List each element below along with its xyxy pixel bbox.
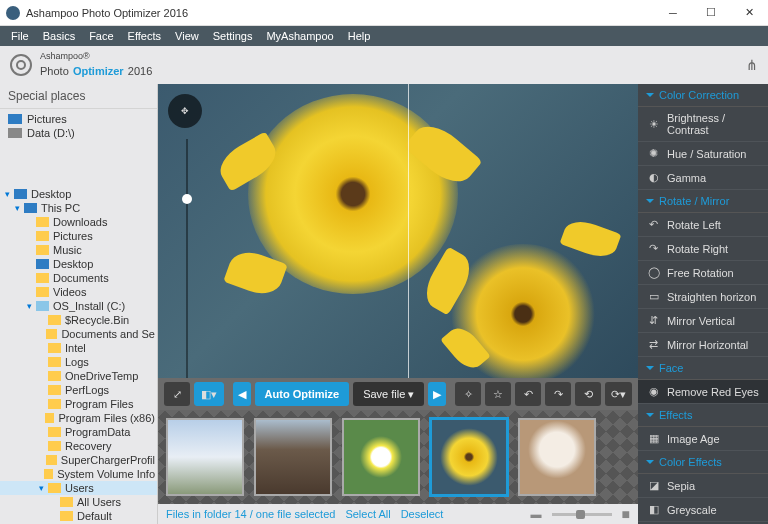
minimize-button[interactable]: ─: [654, 0, 692, 26]
menu-myashampoo[interactable]: MyAshampoo: [259, 28, 340, 44]
thumbnail[interactable]: [166, 418, 244, 496]
tree-node[interactable]: ProgramData: [0, 425, 157, 439]
menu-basics[interactable]: Basics: [36, 28, 82, 44]
special-place-item[interactable]: Pictures: [0, 112, 157, 126]
menu-help[interactable]: Help: [341, 28, 378, 44]
left-pane: Special places PicturesData (D:\) ▾Deskt…: [0, 84, 158, 524]
redo-button[interactable]: ↷: [545, 382, 571, 406]
tools-panel: Color Correction☀Brightness / Contrast✺H…: [638, 84, 768, 524]
compare-toggle-button[interactable]: ◧▾: [194, 382, 224, 406]
tree-node[interactable]: Recovery: [0, 439, 157, 453]
tree-node[interactable]: SuperChargerProfil: [0, 453, 157, 467]
tool-icon: ◧: [646, 503, 661, 516]
prev-button[interactable]: ◀: [233, 382, 251, 406]
tree-node[interactable]: ▾OS_Install (C:): [0, 299, 157, 313]
special-place-item[interactable]: Data (D:\): [0, 126, 157, 140]
favorite-button[interactable]: ☆: [485, 382, 511, 406]
tree-node[interactable]: ▾Desktop: [0, 187, 157, 201]
tree-node[interactable]: Default: [0, 509, 157, 523]
undo-button[interactable]: ↶: [515, 382, 541, 406]
tool-item[interactable]: ◐Gamma: [638, 166, 768, 190]
maximize-button[interactable]: ☐: [692, 0, 730, 26]
filmstrip[interactable]: [158, 410, 638, 504]
tool-item[interactable]: ▦Image Age: [638, 427, 768, 451]
thumbnail[interactable]: [518, 418, 596, 496]
save-file-button[interactable]: Save file ▾: [353, 382, 424, 406]
share-icon[interactable]: ⋔: [746, 57, 758, 73]
tree-node[interactable]: PerfLogs: [0, 383, 157, 397]
brand-bar: Ashampoo® Photo Optimizer 2016 ⋔: [0, 46, 768, 84]
menu-settings[interactable]: Settings: [206, 28, 260, 44]
history-button[interactable]: ⟳▾: [605, 382, 632, 406]
app-icon: [6, 6, 20, 20]
tree-node[interactable]: Documents: [0, 271, 157, 285]
reset-button[interactable]: ⟲: [575, 382, 601, 406]
tool-icon: ▭: [646, 290, 661, 303]
image-viewer[interactable]: ✥: [158, 84, 638, 378]
zoom-handle[interactable]: [182, 194, 192, 204]
tree-node[interactable]: Program Files: [0, 397, 157, 411]
tool-item[interactable]: ☀Brightness / Contrast: [638, 107, 768, 142]
tool-item[interactable]: ◧Greyscale: [638, 498, 768, 522]
close-button[interactable]: ✕: [730, 0, 768, 26]
select-all-link[interactable]: Select All: [345, 508, 390, 520]
tree-node[interactable]: System Volume Info: [0, 467, 157, 481]
thumbnail[interactable]: [254, 418, 332, 496]
zoom-slider[interactable]: [552, 513, 612, 516]
select-tool-button[interactable]: ✧: [455, 382, 481, 406]
special-places-list: PicturesData (D:\): [0, 109, 157, 143]
tree-node[interactable]: Logs: [0, 355, 157, 369]
tool-item[interactable]: ▭Straighten horizon: [638, 285, 768, 309]
menu-effects[interactable]: Effects: [121, 28, 168, 44]
zoom-in-icon[interactable]: ■: [622, 506, 630, 522]
status-file-count: Files in folder 14 / one file selected: [166, 508, 335, 520]
zoom-out-icon[interactable]: ▬: [531, 508, 542, 520]
tool-item[interactable]: ⇄Mirror Horizontal: [638, 333, 768, 357]
tool-item[interactable]: ◉Remove Red Eyes: [638, 380, 768, 404]
auto-optimize-button[interactable]: Auto Optimize: [255, 382, 350, 406]
tool-icon: ◉: [646, 385, 661, 398]
tree-node[interactable]: $Recycle.Bin: [0, 313, 157, 327]
tree-node[interactable]: Music: [0, 243, 157, 257]
tree-node[interactable]: Intel: [0, 341, 157, 355]
tree-node[interactable]: Pictures: [0, 229, 157, 243]
tool-icon: ☀: [646, 118, 661, 131]
tree-node[interactable]: ▾Users: [0, 481, 157, 495]
menu-view[interactable]: View: [168, 28, 206, 44]
tool-item[interactable]: ⇵Mirror Vertical: [638, 309, 768, 333]
section-header[interactable]: Color Correction: [638, 84, 768, 107]
thumbnail[interactable]: [342, 418, 420, 496]
tool-icon: ◐: [646, 171, 661, 184]
zoom-track[interactable]: [186, 139, 188, 378]
fullscreen-button[interactable]: ⤢: [164, 382, 190, 406]
tree-node[interactable]: All Users: [0, 495, 157, 509]
compare-splitter[interactable]: [408, 84, 409, 378]
tool-icon: ↷: [646, 242, 661, 255]
deselect-link[interactable]: Deselect: [401, 508, 444, 520]
tree-node[interactable]: Documents and Se: [0, 327, 157, 341]
tool-icon: ↶: [646, 218, 661, 231]
pan-nav-icon[interactable]: ✥: [168, 94, 202, 128]
thumbnail-selected[interactable]: [430, 418, 508, 496]
folder-tree[interactable]: ▾Desktop▾This PCDownloadsPicturesMusicDe…: [0, 183, 157, 524]
tool-item[interactable]: ✺Hue / Saturation: [638, 142, 768, 166]
brand-logo-icon: [10, 54, 32, 76]
section-header[interactable]: Color Effects: [638, 451, 768, 474]
tree-node[interactable]: ▾This PC: [0, 201, 157, 215]
tree-node[interactable]: OneDriveTemp: [0, 369, 157, 383]
menu-face[interactable]: Face: [82, 28, 120, 44]
tool-item[interactable]: ◪Sepia: [638, 474, 768, 498]
tree-node[interactable]: Videos: [0, 285, 157, 299]
section-header[interactable]: Face: [638, 357, 768, 380]
section-header[interactable]: Effects: [638, 404, 768, 427]
tree-node[interactable]: Downloads: [0, 215, 157, 229]
next-button[interactable]: ▶: [428, 382, 446, 406]
tool-item[interactable]: ↶Rotate Left: [638, 213, 768, 237]
tree-node[interactable]: Program Files (x86): [0, 411, 157, 425]
tool-item[interactable]: ◯Free Rotation: [638, 261, 768, 285]
tree-node[interactable]: Desktop: [0, 257, 157, 271]
section-header[interactable]: Rotate / Mirror: [638, 190, 768, 213]
tool-item[interactable]: ↷Rotate Right: [638, 237, 768, 261]
titlebar: Ashampoo Photo Optimizer 2016 ─ ☐ ✕: [0, 0, 768, 26]
menu-file[interactable]: File: [4, 28, 36, 44]
